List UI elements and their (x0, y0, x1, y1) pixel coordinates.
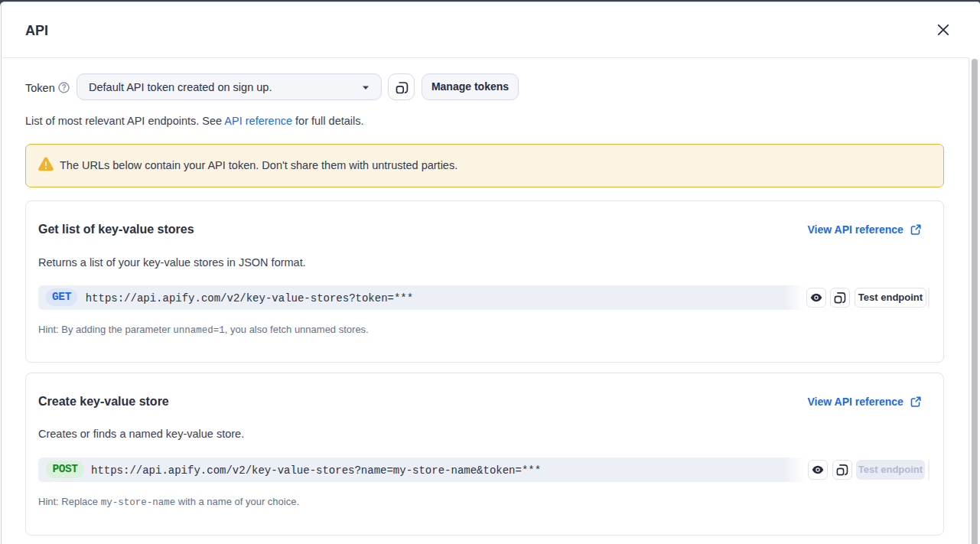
svg-text:?: ? (61, 83, 66, 92)
